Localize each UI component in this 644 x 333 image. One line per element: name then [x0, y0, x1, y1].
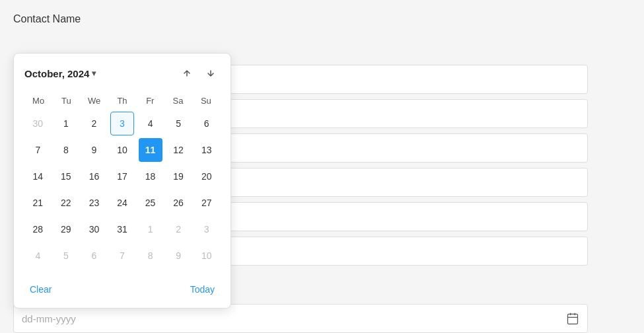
- day-cell[interactable]: 12: [166, 138, 190, 162]
- page-container: Contact Name October, 2024 ▾: [13, 13, 631, 333]
- day-cell[interactable]: 20: [195, 165, 219, 188]
- day-cell[interactable]: 7: [110, 244, 134, 268]
- day-cell[interactable]: 1: [139, 217, 162, 241]
- day-cell[interactable]: 10: [110, 138, 134, 162]
- svg-rect-0: [568, 314, 578, 324]
- day-cell[interactable]: 4: [139, 112, 162, 135]
- date-placeholder: dd-mm-yyyy: [22, 313, 76, 324]
- calendar-grid: MoTuWeThFrSaSu 3012345678910111213141516…: [24, 93, 220, 268]
- day-header-we: We: [81, 93, 108, 108]
- day-cell[interactable]: 14: [26, 165, 50, 188]
- contact-name-label: Contact Name: [13, 13, 631, 25]
- day-cell[interactable]: 28: [26, 217, 50, 241]
- prev-month-button[interactable]: [178, 64, 196, 83]
- day-cell[interactable]: 23: [82, 191, 106, 215]
- day-cell[interactable]: 30: [26, 112, 50, 135]
- day-cell[interactable]: 3: [110, 112, 134, 135]
- day-cell[interactable]: 19: [166, 165, 190, 188]
- day-cell[interactable]: 10: [195, 244, 219, 268]
- day-header-fr: Fr: [136, 93, 164, 108]
- day-cell[interactable]: 29: [54, 217, 78, 241]
- day-cell[interactable]: 5: [166, 112, 190, 135]
- day-cell[interactable]: 27: [195, 191, 219, 215]
- day-headers: MoTuWeThFrSaSu: [24, 93, 220, 108]
- clear-button[interactable]: Clear: [24, 281, 57, 297]
- day-header-mo: Mo: [24, 93, 52, 108]
- calendar-popup: October, 2024 ▾ MoTuWeThFrSaSu 301234: [13, 53, 231, 309]
- day-header-tu: Tu: [52, 93, 80, 108]
- calendar-title-button[interactable]: October, 2024 ▾: [24, 68, 96, 79]
- day-cell[interactable]: 18: [139, 165, 162, 188]
- day-cell[interactable]: 6: [82, 244, 106, 268]
- day-cell[interactable]: 16: [82, 165, 106, 188]
- calendar-icon: [566, 312, 579, 325]
- day-cell[interactable]: 1: [54, 112, 78, 135]
- day-cell[interactable]: 4: [26, 244, 50, 268]
- calendar-footer: Clear Today: [24, 276, 220, 297]
- calendar-month-year: October, 2024: [24, 68, 89, 79]
- day-cell[interactable]: 15: [54, 165, 78, 188]
- day-cell[interactable]: 26: [166, 191, 190, 215]
- day-cell[interactable]: 24: [110, 191, 134, 215]
- day-cell[interactable]: 30: [82, 217, 106, 241]
- calendar-header: October, 2024 ▾: [24, 64, 220, 83]
- up-arrow-icon: [182, 68, 192, 79]
- day-cell[interactable]: 2: [166, 217, 190, 241]
- day-cell[interactable]: 25: [139, 191, 162, 215]
- down-arrow-icon: [205, 68, 216, 79]
- day-cell[interactable]: 8: [139, 244, 162, 268]
- day-header-th: Th: [108, 93, 136, 108]
- day-cell[interactable]: 9: [166, 244, 190, 268]
- day-cell[interactable]: 9: [82, 138, 106, 162]
- today-button[interactable]: Today: [185, 281, 220, 297]
- day-cell[interactable]: 17: [110, 165, 134, 188]
- day-cell[interactable]: 22: [54, 191, 78, 215]
- day-cell[interactable]: 3: [195, 217, 219, 241]
- day-cell[interactable]: 7: [26, 138, 50, 162]
- day-cell[interactable]: 6: [195, 112, 219, 135]
- next-month-button[interactable]: [201, 64, 220, 83]
- day-cell[interactable]: 13: [195, 138, 219, 162]
- day-header-su: Su: [192, 93, 220, 108]
- day-cell[interactable]: 8: [54, 138, 78, 162]
- day-cell[interactable]: 2: [82, 112, 106, 135]
- day-cell[interactable]: 11: [139, 138, 162, 162]
- chevron-down-icon: ▾: [92, 69, 96, 78]
- day-cell[interactable]: 31: [110, 217, 134, 241]
- days-grid: 3012345678910111213141516171819202122232…: [24, 111, 220, 268]
- nav-buttons: [178, 64, 220, 83]
- day-header-sa: Sa: [164, 93, 192, 108]
- day-cell[interactable]: 5: [54, 244, 78, 268]
- day-cell[interactable]: 21: [26, 191, 50, 215]
